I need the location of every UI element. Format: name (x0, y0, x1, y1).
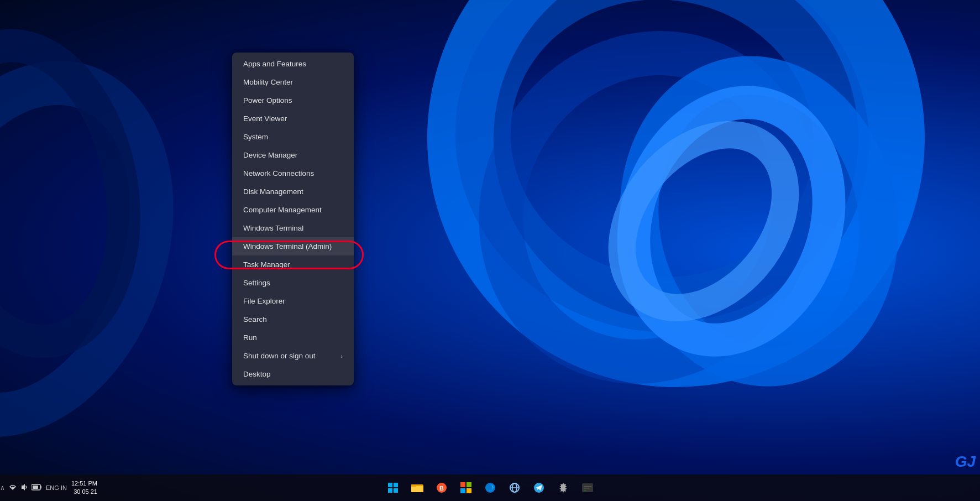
menu-item-windows-terminal-admin[interactable]: Windows Terminal (Admin) (232, 237, 354, 255)
svg-rect-6 (411, 484, 416, 487)
taskbar-telegram[interactable] (528, 477, 550, 499)
menu-item-label-settings: Settings (243, 279, 270, 287)
menu-item-device-manager[interactable]: Device Manager (232, 146, 354, 164)
menu-item-settings[interactable]: Settings (232, 274, 354, 292)
svg-text:B: B (439, 485, 444, 492)
menu-item-label-computer-management: Computer Management (243, 206, 322, 214)
context-menu: Apps and FeaturesMobility CenterPower Op… (232, 53, 354, 385)
taskbar: B (0, 474, 980, 501)
menu-item-label-device-manager: Device Manager (243, 151, 297, 159)
taskbar-network-app[interactable] (504, 477, 526, 499)
svg-rect-5 (411, 486, 423, 492)
tray-icons: ∧ (0, 483, 41, 493)
menu-item-run[interactable]: Run (232, 328, 354, 347)
menu-item-label-power-options: Power Options (243, 96, 292, 105)
ribbon-decoration (0, 0, 980, 501)
svg-rect-11 (460, 488, 465, 493)
svg-marker-23 (22, 484, 25, 490)
system-tray: ∧ ENG IN 12:51 PM 30 05 21 (0, 479, 104, 497)
menu-item-file-explorer[interactable]: File Explorer (232, 292, 354, 310)
menu-item-task-manager[interactable]: Task Manager (232, 255, 354, 274)
taskbar-terminal-app[interactable]: _ (577, 477, 599, 499)
menu-item-mobility-center[interactable]: Mobility Center (232, 73, 354, 91)
svg-point-13 (485, 483, 495, 493)
menu-item-shut-down-sign-out[interactable]: Shut down or sign out› (232, 347, 354, 365)
menu-item-label-system: System (243, 133, 268, 141)
menu-item-search[interactable]: Search (232, 310, 354, 328)
menu-item-computer-management[interactable]: Computer Management (232, 201, 354, 219)
menu-item-label-disk-management: Disk Management (243, 187, 303, 196)
svg-rect-26 (33, 486, 38, 489)
tray-up-arrow[interactable]: ∧ (0, 484, 5, 492)
svg-rect-21 (584, 486, 591, 487)
menu-item-label-mobility-center: Mobility Center (243, 78, 293, 86)
menu-item-arrow-shut-down-sign-out: › (340, 353, 343, 359)
svg-rect-0 (388, 483, 392, 487)
taskbar-store[interactable] (455, 477, 477, 499)
system-clock[interactable]: 12:51 PM 30 05 21 (71, 479, 97, 497)
menu-item-system[interactable]: System (232, 128, 354, 146)
menu-item-desktop[interactable]: Desktop (232, 365, 354, 383)
menu-item-label-shut-down-sign-out: Shut down or sign out (243, 352, 316, 360)
menu-item-power-options[interactable]: Power Options (232, 91, 354, 109)
svg-rect-9 (460, 482, 465, 487)
menu-item-label-windows-terminal: Windows Terminal (243, 224, 303, 232)
menu-item-label-windows-terminal-admin: Windows Terminal (Admin) (243, 242, 332, 251)
menu-item-network-connections[interactable]: Network Connections (232, 164, 354, 182)
taskbar-center-icons: B (382, 477, 599, 499)
svg-rect-22 (584, 488, 589, 489)
taskbar-settings-app[interactable] (552, 477, 574, 499)
start-button[interactable] (382, 477, 404, 499)
menu-item-event-viewer[interactable]: Event Viewer (232, 109, 354, 128)
menu-item-label-event-viewer: Event Viewer (243, 114, 287, 123)
svg-rect-1 (394, 483, 398, 487)
tray-volume[interactable] (20, 483, 28, 493)
menu-item-label-file-explorer: File Explorer (243, 297, 285, 305)
taskbar-edge[interactable] (479, 477, 501, 499)
svg-rect-12 (467, 488, 471, 493)
tray-battery[interactable] (32, 484, 41, 492)
menu-item-disk-management[interactable]: Disk Management (232, 182, 354, 201)
menu-item-label-task-manager: Task Manager (243, 260, 290, 269)
lang-region: ENG IN (46, 484, 67, 492)
svg-rect-25 (40, 486, 41, 488)
menu-item-label-run: Run (243, 333, 257, 342)
desktop-background (0, 0, 980, 501)
svg-rect-3 (394, 488, 398, 493)
menu-item-label-network-connections: Network Connections (243, 169, 314, 178)
menu-item-label-apps-features: Apps and Features (243, 60, 306, 68)
menu-item-windows-terminal[interactable]: Windows Terminal (232, 219, 354, 237)
watermark: GJ (955, 453, 976, 471)
tray-wifi[interactable] (8, 483, 17, 493)
menu-item-label-desktop: Desktop (243, 370, 271, 378)
svg-rect-10 (467, 482, 471, 487)
taskbar-brave[interactable]: B (431, 477, 453, 499)
menu-item-label-search: Search (243, 315, 267, 323)
taskbar-file-explorer[interactable] (406, 477, 428, 499)
svg-rect-2 (388, 488, 392, 493)
menu-item-apps-features[interactable]: Apps and Features (232, 55, 354, 73)
